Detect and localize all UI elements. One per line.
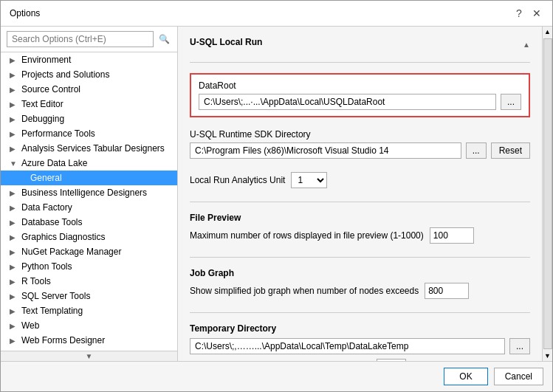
left-panel: 🔍 EnvironmentProjects and SolutionsSourc… bbox=[1, 27, 178, 361]
tree-arrow-python-tools bbox=[10, 263, 18, 271]
tree-item-sql-server-tools[interactable]: SQL Server Tools bbox=[1, 289, 177, 303]
section-header: U-SQL Local Run ▲ bbox=[190, 37, 530, 52]
job-graph-section: Job Graph Show simplified job graph when… bbox=[190, 268, 530, 302]
scrollbar-thumb bbox=[543, 38, 552, 349]
title-bar-controls: ? ✕ bbox=[512, 7, 543, 20]
close-button[interactable]: ✕ bbox=[530, 7, 543, 20]
tree-item-debugging[interactable]: Debugging bbox=[1, 111, 177, 126]
runtime-sdk-reset-button[interactable]: Reset bbox=[491, 142, 530, 159]
tree-arrow-text-templating bbox=[10, 307, 18, 315]
file-preview-section: File Preview Maximum number of rows disp… bbox=[190, 213, 530, 247]
tree-label-nuget-package-manager: NuGet Package Manager bbox=[21, 247, 121, 257]
tree-item-graphics-diagnostics[interactable]: Graphics Diagnostics bbox=[1, 230, 177, 244]
tree-label-web: Web bbox=[21, 320, 39, 331]
tree-arrow-r-tools bbox=[10, 278, 18, 286]
tree-item-text-templating[interactable]: Text Templating bbox=[1, 303, 177, 318]
tree-arrow-business-intelligence bbox=[10, 189, 18, 197]
tree-label-projects-solutions: Projects and Solutions bbox=[21, 69, 109, 80]
tree-item-python-tools[interactable]: Python Tools bbox=[1, 259, 177, 274]
dataroot-input-row: ... bbox=[199, 94, 521, 110]
right-panel-wrapper: U-SQL Local Run ▲ DataRoot ... U-SQL Run… bbox=[178, 27, 552, 361]
tree-arrow-environment bbox=[10, 56, 18, 64]
tree-list: EnvironmentProjects and SolutionsSource … bbox=[1, 52, 177, 351]
cancel-button[interactable]: Cancel bbox=[494, 368, 543, 385]
tree-item-azure-data-lake[interactable]: Azure Data Lake bbox=[1, 156, 177, 171]
temp-dir-input-row: ... bbox=[190, 338, 530, 354]
tree-arrow-sql-server-tools bbox=[10, 292, 18, 300]
separator-2 bbox=[190, 202, 530, 202]
tree-item-projects-solutions[interactable]: Projects and Solutions bbox=[1, 67, 177, 82]
tree-item-nuget-package-manager[interactable]: NuGet Package Manager bbox=[1, 244, 177, 259]
tree-item-database-tools[interactable]: Database Tools bbox=[1, 215, 177, 230]
search-icon-button[interactable]: 🔍 bbox=[157, 32, 171, 47]
tree-arrow-azure-data-lake bbox=[10, 159, 18, 168]
section-title: U-SQL Local Run bbox=[190, 37, 262, 47]
tree-item-environment[interactable]: Environment bbox=[1, 52, 177, 67]
tree-arrow-projects-solutions bbox=[10, 71, 18, 79]
tree-item-r-tools[interactable]: R Tools bbox=[1, 274, 177, 289]
dataroot-label: DataRoot bbox=[199, 80, 521, 91]
job-graph-title: Job Graph bbox=[190, 268, 530, 278]
job-graph-input[interactable] bbox=[425, 283, 469, 299]
separator-4 bbox=[190, 312, 530, 313]
tree-label-environment: Environment bbox=[21, 55, 71, 65]
job-graph-label: Show simplified job graph when number of… bbox=[190, 286, 419, 296]
dataroot-input[interactable] bbox=[199, 94, 496, 110]
separator-3 bbox=[190, 257, 530, 258]
tree-arrow-graphics-diagnostics bbox=[10, 233, 18, 241]
tree-item-web-forms-designer[interactable]: Web Forms Designer bbox=[1, 333, 177, 348]
collapse-arrow-icon[interactable]: ▲ bbox=[523, 41, 530, 49]
search-input[interactable] bbox=[7, 31, 154, 47]
dialog-body: 🔍 EnvironmentProjects and SolutionsSourc… bbox=[1, 27, 552, 361]
local-run-row: Local Run Analytics Unit 1 2 4 bbox=[190, 172, 530, 188]
tree-label-text-templating: Text Templating bbox=[21, 306, 83, 316]
dataroot-browse-button[interactable]: ... bbox=[501, 94, 521, 110]
ok-button[interactable]: OK bbox=[444, 368, 487, 385]
tree-label-azure-data-lake: Azure Data Lake bbox=[21, 158, 87, 168]
temp-dir-browse-button[interactable]: ... bbox=[509, 338, 530, 354]
tree-arrow-database-tools bbox=[10, 219, 18, 227]
tree-label-graphics-diagnostics: Graphics Diagnostics bbox=[21, 232, 105, 242]
runtime-sdk-input-row: ... Reset bbox=[190, 142, 530, 159]
tree-arrow-performance-tools bbox=[10, 130, 18, 138]
runtime-sdk-browse-button[interactable]: ... bbox=[466, 142, 487, 159]
local-run-select[interactable]: 1 2 4 bbox=[291, 172, 327, 188]
tree-scroll-down[interactable]: ▼ bbox=[1, 351, 177, 361]
dialog-title: Options bbox=[10, 8, 40, 18]
tree-label-source-control: Source Control bbox=[21, 84, 80, 94]
tree-item-business-intelligence[interactable]: Business Intelligence Designers bbox=[1, 185, 177, 200]
tree-item-performance-tools[interactable]: Performance Tools bbox=[1, 126, 177, 141]
tree-label-performance-tools: Performance Tools bbox=[21, 128, 95, 139]
tree-label-sql-server-tools: SQL Server Tools bbox=[21, 291, 90, 301]
tree-item-source-control[interactable]: Source Control bbox=[1, 82, 177, 97]
tree-label-python-tools: Python Tools bbox=[21, 261, 72, 272]
file-preview-row: Maximum number of rows displayed in file… bbox=[190, 227, 530, 244]
tree-item-general[interactable]: General bbox=[1, 171, 177, 185]
tree-item-text-editor[interactable]: Text Editor bbox=[1, 97, 177, 111]
runtime-sdk-input[interactable] bbox=[190, 142, 461, 159]
file-preview-input[interactable] bbox=[430, 227, 474, 244]
bottom-bar: OK Cancel bbox=[1, 361, 552, 391]
runtime-sdk-label: U-SQL Runtime SDK Directory bbox=[190, 129, 530, 140]
help-button[interactable]: ? bbox=[512, 7, 526, 20]
tree-item-web[interactable]: Web bbox=[1, 318, 177, 333]
tree-arrow-text-editor bbox=[10, 100, 18, 109]
scroll-up-icon[interactable]: ▲ bbox=[543, 27, 552, 37]
tree-label-database-tools: Database Tools bbox=[21, 217, 83, 227]
title-bar: Options ? ✕ bbox=[1, 1, 552, 27]
tree-arrow-web-forms-designer bbox=[10, 337, 18, 345]
tree-label-debugging: Debugging bbox=[21, 114, 64, 124]
tree-label-general: General bbox=[30, 173, 62, 183]
right-panel: U-SQL Local Run ▲ DataRoot ... U-SQL Run… bbox=[178, 27, 542, 361]
temp-dir-input[interactable] bbox=[190, 338, 505, 354]
tree-arrow-nuget-package-manager bbox=[10, 248, 18, 256]
options-dialog: Options ? ✕ 🔍 EnvironmentProjects and So… bbox=[0, 0, 553, 392]
tree-item-data-factory[interactable]: Data Factory bbox=[1, 200, 177, 215]
right-scrollbar: ▲ ▼ bbox=[542, 27, 552, 361]
tree-item-analysis-services[interactable]: Analysis Services Tabular Designers bbox=[1, 141, 177, 156]
scroll-down-icon[interactable]: ▼ bbox=[543, 351, 552, 361]
tree-label-r-tools: R Tools bbox=[21, 276, 51, 286]
search-box: 🔍 bbox=[1, 27, 177, 52]
tree-label-text-editor: Text Editor bbox=[21, 99, 63, 109]
runtime-sdk-group: U-SQL Runtime SDK Directory ... Reset bbox=[190, 129, 530, 159]
